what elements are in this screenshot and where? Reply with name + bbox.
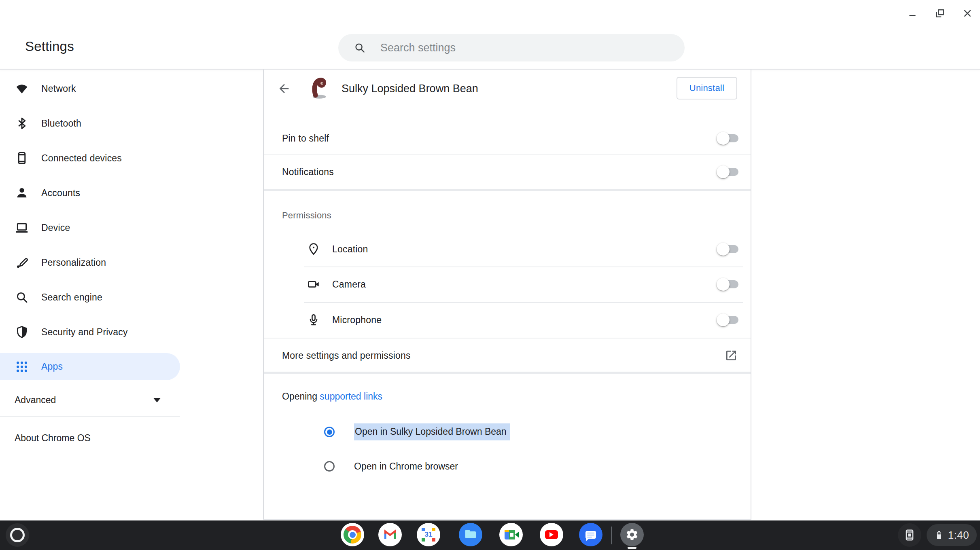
shelf-app-settings[interactable] — [620, 523, 644, 546]
search-input[interactable] — [380, 41, 681, 55]
camera-toggle[interactable] — [718, 280, 738, 288]
clock-time: 1:40 — [948, 529, 969, 542]
shelf-app-meet[interactable] — [499, 523, 523, 546]
opening-links-heading: Opening supported links — [282, 391, 382, 402]
person-icon — [15, 186, 29, 200]
advanced-label: Advanced — [15, 395, 56, 406]
settings-gear-icon — [620, 523, 644, 546]
sidebar-item-security-privacy[interactable]: Security and Privacy — [0, 315, 263, 349]
screen-capture-tray-button[interactable] — [898, 523, 921, 547]
more-settings-row[interactable]: More settings and permissions — [264, 341, 751, 370]
sidebar-item-about-chrome-os[interactable]: About Chrome OS — [0, 423, 180, 453]
chrome-icon — [344, 526, 361, 544]
uninstall-button[interactable]: Uninstall — [677, 77, 737, 99]
calendar-icon: 31 — [422, 528, 435, 542]
sidebar-item-label: Personalization — [41, 257, 106, 268]
sidebar-item-label: Network — [41, 83, 76, 94]
chromeos-settings-window: Settings Network Bluetooth Connected dev… — [0, 0, 980, 550]
sidebar-item-apps[interactable]: Apps — [0, 353, 180, 380]
sidebar-item-label: Apps — [41, 361, 63, 372]
sidebar-item-network[interactable]: Network — [0, 71, 263, 106]
open-in-chrome-option: Open in Chrome browser — [264, 455, 751, 478]
sidebar-item-bluetooth[interactable]: Bluetooth — [0, 106, 263, 141]
radio-unselected-icon[interactable] — [324, 461, 335, 472]
chevron-down-icon — [153, 398, 161, 402]
back-arrow-icon — [277, 82, 291, 95]
sidebar-item-label: Accounts — [41, 188, 80, 199]
shelf-app-youtube[interactable] — [540, 523, 563, 546]
shelf-app-files[interactable] — [459, 523, 482, 546]
minimize-button[interactable] — [904, 5, 921, 22]
launcher-button[interactable] — [6, 523, 29, 547]
toggle-knob — [717, 132, 730, 145]
supported-links-link[interactable]: supported links — [320, 391, 382, 402]
sidebar-item-search-engine[interactable]: Search engine — [0, 280, 263, 315]
open-in-new-icon — [725, 349, 738, 362]
launcher-icon — [10, 528, 25, 542]
sidebar: Network Bluetooth Connected devices Acco… — [0, 70, 263, 384]
permission-row-microphone: Microphone — [264, 304, 751, 336]
location-toggle[interactable] — [718, 245, 738, 253]
back-button[interactable] — [275, 80, 293, 97]
app-icon — [308, 75, 330, 100]
laptop-icon — [15, 221, 29, 235]
meet-icon — [505, 530, 518, 539]
notifications-row: Notifications — [264, 155, 751, 188]
status-tray[interactable]: 1:40 — [927, 524, 977, 546]
search-bar[interactable] — [338, 34, 685, 61]
row-divider — [304, 267, 743, 267]
microphone-icon — [306, 313, 321, 326]
shelf-app-chrome[interactable] — [341, 523, 364, 546]
row-divider — [304, 302, 743, 303]
screen-icon — [903, 529, 916, 542]
bluetooth-icon — [15, 116, 29, 130]
section-separator — [264, 189, 751, 191]
shelf-app-gmail[interactable] — [378, 523, 402, 546]
sidebar-item-accounts[interactable]: Accounts — [0, 176, 263, 210]
microphone-toggle[interactable] — [718, 316, 738, 324]
pen-icon — [15, 256, 29, 269]
location-label: Location — [332, 244, 368, 255]
app-header: Sulky Lopsided Brown Bean Uninstall — [264, 70, 751, 121]
shelf-separator — [611, 527, 612, 544]
permissions-heading: Permissions — [282, 210, 331, 221]
sidebar-item-connected-devices[interactable]: Connected devices — [0, 141, 263, 176]
search-icon — [354, 42, 366, 54]
shelf: 31 — [0, 520, 980, 550]
sidebar-item-label: Connected devices — [41, 153, 122, 164]
sidebar-item-device[interactable]: Device — [0, 210, 263, 245]
app-title: Sulky Lopsided Brown Bean — [342, 82, 478, 95]
sidebar-item-label: Bluetooth — [41, 118, 81, 129]
toggle-knob — [717, 165, 730, 178]
sidebar-advanced-toggle[interactable]: Advanced — [0, 384, 180, 416]
app-detail-panel: Sulky Lopsided Brown Bean Uninstall Pin … — [263, 70, 751, 520]
open-in-app-label[interactable]: Open in Sulky Lopsided Brown Bean — [354, 423, 510, 440]
youtube-icon — [545, 530, 558, 539]
sidebar-divider — [0, 416, 180, 417]
sidebar-item-label: Device — [41, 222, 70, 233]
sidebar-item-personalization[interactable]: Personalization — [0, 245, 263, 280]
shelf-app-calendar[interactable]: 31 — [417, 523, 440, 546]
restore-button[interactable] — [931, 5, 948, 22]
toggle-knob — [717, 243, 730, 256]
pin-to-shelf-row: Pin to shelf — [264, 122, 751, 154]
battery-icon — [934, 529, 944, 541]
microphone-label: Microphone — [332, 315, 382, 326]
pin-to-shelf-toggle[interactable] — [718, 134, 738, 142]
notifications-label: Notifications — [282, 167, 334, 178]
section-separator — [264, 372, 751, 374]
notifications-toggle[interactable] — [718, 168, 738, 176]
gmail-icon — [378, 523, 402, 546]
apps-grid-icon — [15, 360, 29, 374]
opening-prefix: Opening — [282, 391, 317, 402]
permission-row-location: Location — [264, 233, 751, 265]
page-title: Settings — [25, 39, 74, 54]
permission-row-camera: Camera — [264, 268, 751, 300]
sidebar-item-label: Security and Privacy — [41, 327, 128, 338]
shelf-app-messages[interactable] — [579, 523, 602, 546]
sidebar-item-label: Search engine — [41, 292, 102, 303]
open-in-chrome-label[interactable]: Open in Chrome browser — [354, 461, 458, 472]
close-button[interactable] — [959, 5, 976, 22]
pin-to-shelf-label: Pin to shelf — [282, 133, 329, 144]
radio-selected-icon[interactable] — [324, 427, 335, 437]
